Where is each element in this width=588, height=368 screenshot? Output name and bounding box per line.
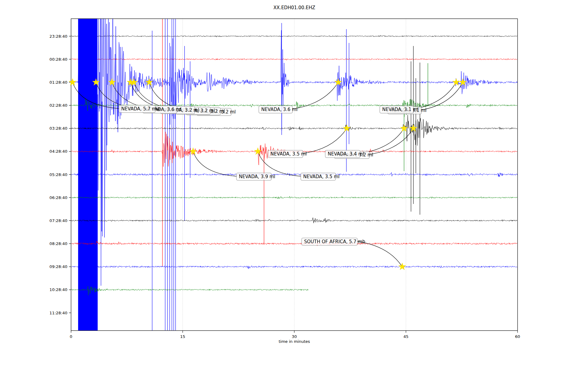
x-tick-label: 30 [292,334,297,339]
seismogram-page: 23:28:4000:28:4001:28:4002:28:4003:28:40… [0,0,588,368]
event-label-text: SOUTH OF AFRICA, 5.7 mb [304,239,365,244]
event-label-text: NEVADA, 5.7 mw [121,106,160,112]
seismogram-svg: 23:28:4000:28:4001:28:4002:28:4003:28:40… [0,0,588,368]
y-tick-label: 05:28:40 [50,172,67,177]
event-label-text: NEVADA, 3.5 ml [270,151,307,157]
event-label-text: NEVADA, 3.4 ml [328,151,364,157]
y-tick-label: 02:28:40 [50,103,67,108]
x-tick-label: 15 [180,334,185,339]
event-label-text: NEVADA, 3.5 ml [303,174,340,179]
y-tick-label: 06:28:40 [50,195,67,200]
y-tick-label: 01:28:40 [50,80,67,85]
x-tick-label: 45 [403,334,409,339]
y-tick-label: 23:28:40 [50,34,67,39]
y-tick-label: 08:28:40 [50,241,67,246]
y-tick-label: 03:28:40 [50,126,67,131]
event-label-text: NEVADA, 3.9 ml [239,174,275,179]
y-tick-label: 09:28:40 [50,264,67,269]
y-tick-label: 11:28:40 [50,311,67,315]
y-tick-label: 07:28:40 [50,218,67,223]
chart-title: XX.EDH01.00.EHZ [273,5,315,10]
y-tick-label: 04:28:40 [50,149,67,154]
event-label-text: NEVADA, 3.1 ml [382,107,419,112]
x-tick-label: 0 [70,334,72,339]
y-tick-label: 10:28:40 [50,287,67,292]
x-tick-label: 60 [515,334,520,339]
event-label-text: NEVADA, 3.6 ml [261,107,298,112]
y-tick-label: 00:28:40 [50,57,67,62]
x-axis-label: time in minutes [279,339,310,344]
